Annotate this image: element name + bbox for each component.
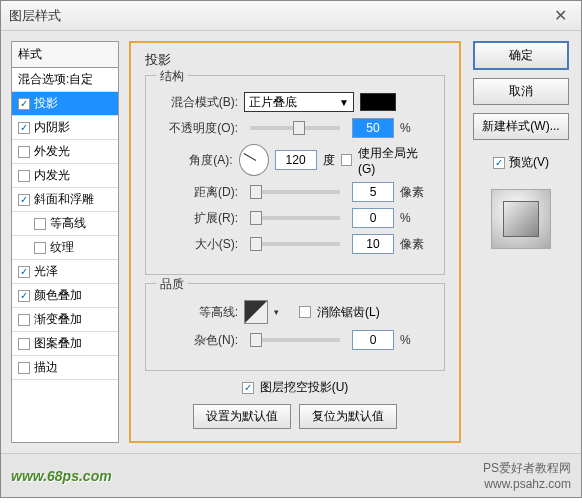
noise-slider[interactable] <box>250 338 340 342</box>
opacity-label: 不透明度(O): <box>160 120 238 137</box>
blend-mode-combo[interactable]: 正片叠底 ▼ <box>244 92 354 112</box>
footer: www.68ps.com PS爱好者教程网 www.psahz.com <box>1 453 581 497</box>
style-checkbox[interactable] <box>34 218 46 230</box>
angle-input[interactable] <box>275 150 317 170</box>
style-item-label: 图案叠加 <box>34 335 82 352</box>
settings-panel: 投影 结构 混合模式(B): 正片叠底 ▼ 不透明度(O): % <box>129 41 461 443</box>
preview-checkbox[interactable] <box>493 157 505 169</box>
style-item-label: 内发光 <box>34 167 70 184</box>
style-item-10[interactable]: 图案叠加 <box>12 332 118 356</box>
style-item-label: 渐变叠加 <box>34 311 82 328</box>
style-item-4[interactable]: 斜面和浮雕 <box>12 188 118 212</box>
style-checkbox[interactable] <box>18 194 30 206</box>
chevron-down-icon[interactable]: ▾ <box>274 307 279 317</box>
distance-slider[interactable] <box>250 190 340 194</box>
spread-input[interactable] <box>352 208 394 228</box>
angle-label: 角度(A): <box>160 152 233 169</box>
preview-thumbnail <box>491 189 551 249</box>
style-item-label: 纹理 <box>50 239 74 256</box>
style-item-label: 光泽 <box>34 263 58 280</box>
right-panel: 确定 取消 新建样式(W)... 预览(V) <box>471 41 571 443</box>
style-item-2[interactable]: 外发光 <box>12 140 118 164</box>
credit-line2: www.psahz.com <box>484 477 571 491</box>
style-item-label: 描边 <box>34 359 58 376</box>
style-checkbox[interactable] <box>18 362 30 374</box>
dialog-title: 图层样式 <box>9 1 61 31</box>
spread-slider[interactable] <box>250 216 340 220</box>
blend-mode-label: 混合模式(B): <box>160 94 238 111</box>
style-checkbox[interactable] <box>18 266 30 278</box>
style-item-5[interactable]: 等高线 <box>12 212 118 236</box>
antialias-checkbox[interactable] <box>299 306 311 318</box>
style-checkbox[interactable] <box>18 146 30 158</box>
style-item-label: 斜面和浮雕 <box>34 191 94 208</box>
new-style-button[interactable]: 新建样式(W)... <box>473 113 569 140</box>
credit-line1: PS爱好者教程网 <box>483 460 571 477</box>
style-item-label: 投影 <box>34 95 58 112</box>
style-checkbox[interactable] <box>18 338 30 350</box>
style-item-6[interactable]: 纹理 <box>12 236 118 260</box>
size-slider[interactable] <box>250 242 340 246</box>
quality-group: 品质 等高线: ▾ 消除锯齿(L) 杂色(N): % <box>145 283 445 371</box>
titlebar: 图层样式 ✕ <box>1 1 581 31</box>
style-item-3[interactable]: 内发光 <box>12 164 118 188</box>
style-checkbox[interactable] <box>18 170 30 182</box>
styles-list: 样式 混合选项:自定 投影内阴影外发光内发光斜面和浮雕等高线纹理光泽颜色叠加渐变… <box>11 41 119 443</box>
style-item-label: 颜色叠加 <box>34 287 82 304</box>
distance-label: 距离(D): <box>160 184 238 201</box>
style-item-11[interactable]: 描边 <box>12 356 118 380</box>
reset-default-button[interactable]: 复位为默认值 <box>299 404 397 429</box>
antialias-label: 消除锯齿(L) <box>317 304 380 321</box>
opacity-input[interactable] <box>352 118 394 138</box>
style-item-8[interactable]: 颜色叠加 <box>12 284 118 308</box>
style-checkbox[interactable] <box>18 314 30 326</box>
size-input[interactable] <box>352 234 394 254</box>
quality-title: 品质 <box>156 276 188 293</box>
style-item-0[interactable]: 投影 <box>12 92 118 116</box>
style-item-9[interactable]: 渐变叠加 <box>12 308 118 332</box>
opacity-slider[interactable] <box>250 126 340 130</box>
global-light-label: 使用全局光(G) <box>358 145 430 176</box>
layer-style-dialog: 图层样式 ✕ 样式 混合选项:自定 投影内阴影外发光内发光斜面和浮雕等高线纹理光… <box>0 0 582 498</box>
styles-header: 样式 <box>12 42 118 68</box>
knockout-checkbox[interactable] <box>242 382 254 394</box>
style-item-label: 内阴影 <box>34 119 70 136</box>
watermark-text: www.68ps.com <box>11 468 112 484</box>
shadow-color-swatch[interactable] <box>360 93 396 111</box>
structure-group: 结构 混合模式(B): 正片叠底 ▼ 不透明度(O): % 角度(A): <box>145 75 445 275</box>
global-light-checkbox[interactable] <box>341 154 352 166</box>
style-checkbox[interactable] <box>34 242 46 254</box>
blending-options-row[interactable]: 混合选项:自定 <box>12 68 118 92</box>
ok-button[interactable]: 确定 <box>473 41 569 70</box>
set-default-button[interactable]: 设置为默认值 <box>193 404 291 429</box>
size-label: 大小(S): <box>160 236 238 253</box>
style-item-label: 外发光 <box>34 143 70 160</box>
style-checkbox[interactable] <box>18 98 30 110</box>
style-item-1[interactable]: 内阴影 <box>12 116 118 140</box>
style-checkbox[interactable] <box>18 290 30 302</box>
style-checkbox[interactable] <box>18 122 30 134</box>
style-item-7[interactable]: 光泽 <box>12 260 118 284</box>
noise-label: 杂色(N): <box>160 332 238 349</box>
contour-picker[interactable] <box>244 300 268 324</box>
knockout-label: 图层挖空投影(U) <box>260 379 349 396</box>
angle-dial[interactable] <box>239 144 269 176</box>
section-title: 投影 <box>145 51 445 69</box>
contour-label: 等高线: <box>160 304 238 321</box>
spread-label: 扩展(R): <box>160 210 238 227</box>
noise-input[interactable] <box>352 330 394 350</box>
close-icon[interactable]: ✕ <box>548 1 573 31</box>
distance-input[interactable] <box>352 182 394 202</box>
structure-title: 结构 <box>156 68 188 85</box>
style-item-label: 等高线 <box>50 215 86 232</box>
preview-label: 预览(V) <box>509 154 549 171</box>
cancel-button[interactable]: 取消 <box>473 78 569 105</box>
chevron-down-icon: ▼ <box>339 97 349 108</box>
